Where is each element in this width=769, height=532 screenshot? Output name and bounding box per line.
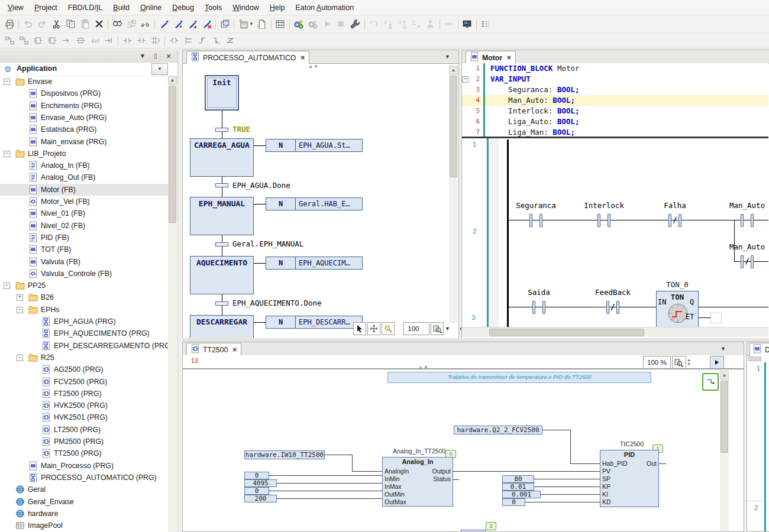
sfc-transition-3[interactable] [215, 242, 228, 246]
input-pin-inmax[interactable]: InMax [384, 483, 402, 491]
motor-declaration-editor[interactable]: 1FUNCTION_BLOCK Motor2−VAR_INPUT3 Segura… [462, 63, 768, 137]
contact-label[interactable]: Man_Auto [729, 201, 765, 210]
bookmark-next-icon[interactable] [171, 18, 185, 31]
action-qualifier[interactable]: N [266, 316, 296, 329]
fbd-value-box[interactable]: 80 [502, 475, 534, 483]
input-pin-analogin[interactable]: AnalogIn [384, 468, 409, 475]
step-out-icon[interactable] [395, 18, 409, 31]
tt2500-fbd-canvas[interactable]: Tratativa do transmissor de temperatura … [183, 369, 744, 531]
action-qualifier[interactable]: N [266, 257, 296, 270]
tree-item-lib-projeto[interactable]: −LIB_Projeto [0, 148, 168, 160]
expand-toggle-icon[interactable]: + [17, 294, 23, 301]
tree-item-envase-auto-prg[interactable]: Envase_Auto (PRG) [0, 112, 168, 124]
input-pin-hab_pid[interactable]: Hab_PID [602, 460, 628, 468]
collapse-minus-icon[interactable]: − [462, 76, 468, 83]
tab-processo-automatico[interactable]: PROCESSO_AUTOMATICO ✕ [186, 51, 309, 64]
insert-network-icon[interactable] [2, 34, 17, 47]
tree-item-nivel-02-fb[interactable]: Nivel_02 (FB) [0, 220, 168, 232]
contact-nc[interactable]: / [605, 301, 621, 314]
pin-icon[interactable]: ▯ [150, 51, 161, 61]
tree-item-motor-vel-fb[interactable]: Motor_Vel (FB) [0, 196, 168, 207]
tree-item-b26[interactable]: +B26 [0, 291, 168, 303]
ton-timer-block[interactable]: TON [656, 291, 699, 327]
tree-item-geral-envase[interactable]: Geral_Envase [0, 496, 168, 508]
tree-item-eph-aquecimento-prg[interactable]: EPH_AQUECIMENTO (PRG) [0, 327, 168, 339]
action-qualifier[interactable]: N [266, 197, 296, 210]
fbd-value-box[interactable]: 0 [244, 487, 269, 495]
menu-item-help[interactable]: Help [264, 1, 290, 14]
insert-ext-icon[interactable]: -ExT [88, 34, 102, 47]
new-pou-icon-dropdown[interactable]: ▼ [249, 21, 254, 27]
action-qualifier[interactable]: N [266, 139, 296, 152]
tree-item-motor-fb[interactable]: Motor (FB) [0, 184, 168, 196]
output-pin-status[interactable]: Status [433, 475, 451, 483]
sfc-step-descarregar[interactable]: DESCARREGAR [190, 315, 254, 339]
insert-coil-icon[interactable] [167, 34, 181, 47]
find-icon[interactable] [110, 18, 124, 31]
tree-item-imagepool[interactable]: ImagePool [0, 520, 168, 531]
tree-item-fcv2500-prg[interactable]: FCV2500 (PRG) [0, 376, 168, 388]
tree-item-tt2500-prg[interactable]: TT2500 (PRG) [0, 447, 168, 459]
motor-ladder-editor[interactable]: 1 Seguranca Interlock Falha / Man_Auto M… [462, 138, 768, 327]
action-target[interactable]: Geral.HAB_E… [295, 197, 363, 210]
partial-fbd-block[interactable] [461, 530, 486, 531]
action-target[interactable]: EPH_DESCARR… [295, 316, 363, 329]
ladder-hscrollbar[interactable] [462, 327, 768, 337]
tree-item-main-processo-prg[interactable]: Main_Processo (PRG) [0, 460, 168, 472]
tree-item-estatistica-prg[interactable]: Estatistica (PRG) [0, 124, 168, 135]
bookmark-toggle-icon[interactable] [157, 18, 171, 31]
sfc-canvas[interactable]: Init TRUE CARREGA_AGUA N EPH_AGUA.St… EP… [183, 67, 448, 339]
tab-dispositvos[interactable]: Di [749, 343, 769, 356]
logout-icon[interactable] [306, 18, 320, 31]
contact-label[interactable]: Man_Auto [729, 242, 765, 251]
input-pin-inmin[interactable]: InMin [384, 475, 400, 483]
scroll-right-button[interactable] [710, 356, 724, 369]
contact-no[interactable] [739, 214, 755, 227]
insert-network-below-icon[interactable] [17, 34, 31, 47]
tree-item-analog-out-fb[interactable]: Analog_Out (FB) [0, 171, 168, 183]
input-pin-outmin[interactable]: OutMin [384, 491, 405, 498]
insert-input-icon[interactable] [59, 34, 73, 47]
tree-item-valvula-controle-fb[interactable]: Valvula_Controle (FB) [0, 268, 168, 280]
magnifier-icon[interactable] [382, 322, 395, 335]
transition-label[interactable]: EPH_AQUECIMENTO.Done [232, 299, 322, 307]
tab-list-dropdown-icon[interactable]: ▼ [720, 346, 726, 352]
tab-list-dropdown-icon[interactable]: ▼ [445, 54, 450, 60]
bookmark-prev-icon[interactable] [185, 18, 199, 31]
breakpoint-person-icon[interactable] [424, 18, 438, 31]
contact-no[interactable] [596, 214, 612, 227]
tree-item-r25[interactable]: −R25 [0, 352, 168, 364]
zoom-dropdown-icon[interactable]: ▼ [445, 326, 450, 332]
tree-item-ag2500-prg[interactable]: AG2500 (PRG) [0, 364, 168, 375]
collapse-toggle-icon[interactable]: − [17, 355, 23, 361]
sfc-transition-4[interactable] [215, 301, 228, 306]
contact-no[interactable] [531, 301, 547, 314]
step-into-icon[interactable] [381, 18, 395, 31]
sfc-zoom-level[interactable]: 100 % [403, 322, 429, 335]
fbd-value-box[interactable]: 0 [244, 472, 269, 479]
insert-falling-edge-icon[interactable] [209, 34, 224, 47]
et-output-placeholder[interactable] [710, 313, 722, 323]
contact-label[interactable]: FeedBack [595, 288, 631, 297]
transition-label[interactable]: Geral.EPH_MANUAL [232, 239, 303, 248]
login-icon[interactable] [292, 18, 306, 31]
menu-item-tools[interactable]: Tools [199, 1, 227, 14]
network-number[interactable]: 1 [757, 365, 760, 372]
start-icon[interactable] [320, 18, 334, 31]
sfc-transition-2[interactable] [215, 183, 228, 187]
fbd-value-box[interactable]: 0 [502, 498, 525, 506]
bookmark-clear-icon[interactable] [199, 18, 214, 31]
tree-item-valvula-fb[interactable]: Valvula (FB) [0, 256, 168, 268]
cascade-windows-icon[interactable] [218, 18, 232, 31]
sfc-step-init[interactable]: Init [205, 75, 239, 111]
menu-item-view[interactable]: View [2, 1, 29, 14]
tree-item-geral[interactable]: Geral [0, 484, 168, 495]
output-pin-out[interactable]: Out [647, 460, 657, 468]
tree-item-processo-automatico-prg[interactable]: PROCESSO_AUTOMATICO (PRG) [0, 472, 168, 484]
input-pin-sp[interactable]: SP [602, 475, 610, 483]
auto-connect-mode-button[interactable] [702, 373, 719, 391]
ab-compare-icon[interactable]: a·b [138, 18, 153, 31]
delete-icon[interactable] [92, 18, 106, 31]
tree-item-hvk2500-prg[interactable]: HVK2500 (PRG) [0, 400, 168, 411]
contact-label[interactable]: Falha [664, 201, 686, 210]
